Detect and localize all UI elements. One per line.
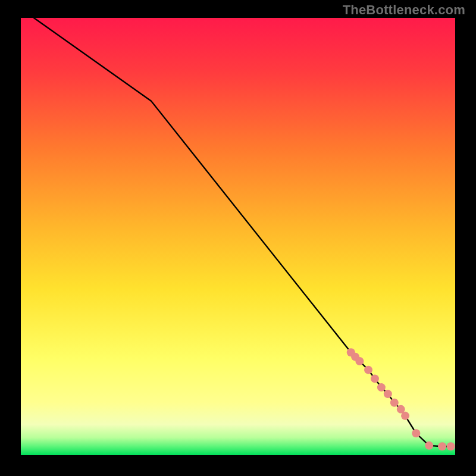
watermark-label: TheBottleneck.com (343, 2, 465, 18)
data-point-marker (384, 390, 392, 398)
data-point-marker (371, 374, 379, 383)
chart-svg (21, 18, 455, 455)
data-point-marker (438, 442, 446, 450)
data-point-marker (401, 412, 409, 420)
data-point-marker (412, 429, 420, 437)
data-point-marker (390, 399, 399, 407)
data-point-marker (355, 357, 364, 365)
data-point-marker (447, 442, 455, 450)
chart-frame: TheBottleneck.com (0, 0, 476, 476)
data-point-marker (377, 383, 386, 392)
data-point-marker (364, 366, 372, 374)
plot-area (21, 18, 455, 455)
data-point-marker (425, 441, 433, 450)
gradient-background (21, 18, 455, 455)
